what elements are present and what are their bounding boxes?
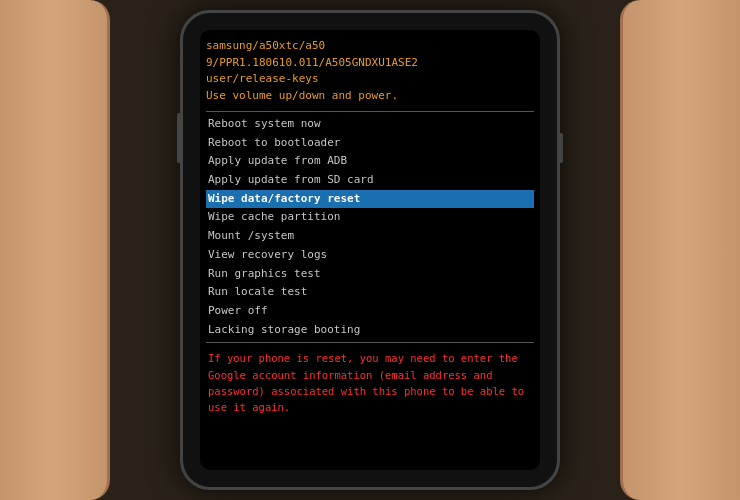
menu-item-10[interactable]: Power off [206,302,534,321]
hand-left [0,0,110,500]
menu-item-6[interactable]: Mount /system [206,227,534,246]
phone: samsung/a50xtc/a50 9/PPR1.180610.011/A50… [180,10,560,490]
scene: samsung/a50xtc/a50 9/PPR1.180610.011/A50… [0,0,740,500]
header-info: samsung/a50xtc/a50 9/PPR1.180610.011/A50… [206,38,534,104]
menu-item-5[interactable]: Wipe cache partition [206,208,534,227]
header-line2: 9/PPR1.180610.011/A505GNDXU1ASE2 [206,55,534,72]
menu-item-11[interactable]: Lacking storage booting [206,321,534,340]
header-line4: Use volume up/down and power. [206,88,534,105]
divider-top [206,111,534,112]
menu-item-2[interactable]: Apply update from ADB [206,152,534,171]
menu-item-4[interactable]: Wipe data/factory reset [206,190,534,209]
menu-item-8[interactable]: Run graphics test [206,265,534,284]
power-button [559,133,563,163]
menu-item-9[interactable]: Run locale test [206,283,534,302]
header-line1: samsung/a50xtc/a50 [206,38,534,55]
menu-item-7[interactable]: View recovery logs [206,246,534,265]
header-line3: user/release-keys [206,71,534,88]
divider-bottom [206,342,534,343]
warning-text: If your phone is reset, you may need to … [206,350,534,415]
menu-item-3[interactable]: Apply update from SD card [206,171,534,190]
screen: samsung/a50xtc/a50 9/PPR1.180610.011/A50… [200,30,540,470]
menu-item-0[interactable]: Reboot system now [206,115,534,134]
volume-button [177,113,181,163]
menu-item-1[interactable]: Reboot to bootloader [206,134,534,153]
menu-list: Reboot system nowReboot to bootloaderApp… [206,115,534,339]
hand-right [620,0,740,500]
